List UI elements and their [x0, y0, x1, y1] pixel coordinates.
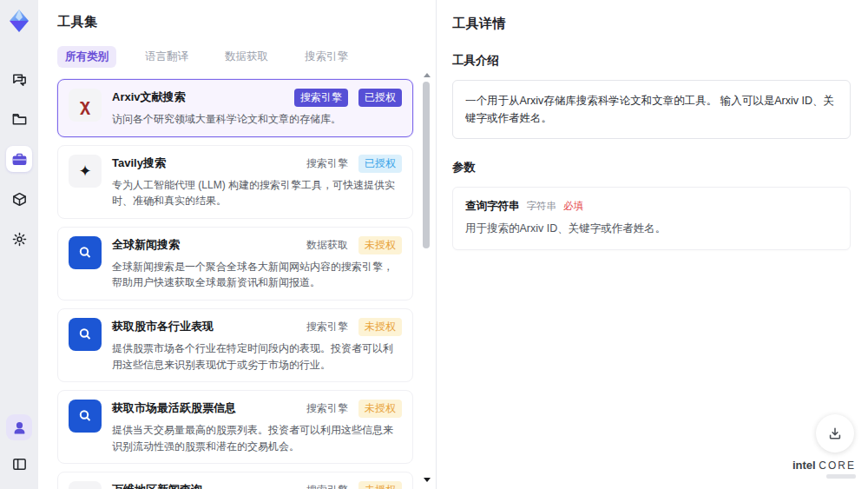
category-label: 数据获取 [306, 236, 348, 254]
tab-language-translation[interactable]: 语言翻译 [137, 46, 196, 68]
intel-core-logo: intel core [792, 459, 856, 479]
scrollbar-thumb[interactable] [423, 82, 430, 248]
chat-icon [11, 71, 28, 88]
tool-card-regional-news[interactable]: 万维地区新闻查询 搜索引擎 未授权 查询具体行政区划内的新闻，快速了解各地新闻动 [57, 472, 413, 489]
tool-head: 全球新闻搜索 数据获取 未授权 [112, 236, 402, 254]
gear-icon [11, 231, 28, 248]
tool-badges: 搜索引擎 已授权 [306, 155, 402, 173]
left-icon-rail [0, 0, 38, 489]
tool-main: Arxiv文献搜索 搜索引擎 已授权 访问各个研究领域大量科学论文和文章的存储库… [112, 89, 402, 128]
tool-title: 万维地区新闻查询 [112, 481, 306, 489]
tab-data-acquisition[interactable]: 数据获取 [217, 46, 276, 68]
tool-badges: 搜索引擎 未授权 [306, 318, 402, 336]
collapse-panel-button[interactable] [6, 451, 32, 477]
category-label: 搜索引擎 [306, 481, 348, 489]
brand-text: intel core [792, 459, 856, 471]
tool-card-tavily[interactable]: ✦ Tavily搜索 搜索引擎 已授权 专为人工智能代理 (LLM) 构建的搜索… [57, 145, 413, 219]
auth-status-badge: 未授权 [358, 318, 402, 336]
stock-search-icon [69, 318, 102, 351]
tool-card-list: χ Arxiv文献搜索 搜索引擎 已授权 访问各个研究领域大量科学论文和文章的存… [57, 79, 413, 489]
app-logo-icon [5, 7, 33, 35]
tools-list-panel: 工具集 所有类别 语言翻译 数据获取 搜索引擎 χ Arxiv文献搜索 搜索引擎… [38, 0, 437, 489]
tavily-glyph: ✦ [78, 162, 91, 181]
tab-all-categories[interactable]: 所有类别 [57, 46, 116, 68]
stock-search-icon [69, 400, 102, 433]
tool-title: 全球新闻搜索 [112, 236, 306, 253]
scroll-down-arrow-icon[interactable] [424, 478, 431, 482]
tool-description: 提供当天交易量最高的股票列表。投资者可以利用这些信息来识别流动性强的股票和潜在的… [112, 422, 402, 454]
parameter-card: 查询字符串 字符串 必填 用于搜索的Arxiv ID、关键字或作者姓名。 [452, 187, 851, 250]
tool-description: 访问各个研究领域大量科学论文和文章的存储库。 [112, 111, 402, 128]
download-icon [827, 426, 843, 441]
parameter-header: 查询字符串 字符串 必填 [465, 199, 838, 214]
tool-card-sector-performance[interactable]: 获取股市各行业表现 搜索引擎 未授权 提供股票市场各个行业在特定时间段内的表现。… [57, 308, 413, 382]
auth-status-badge: 未授权 [358, 481, 402, 489]
tool-main: 全球新闻搜索 数据获取 未授权 全球新闻搜索是一个聚合全球各大新闻网站内容的搜索… [112, 236, 402, 291]
rail-nav [6, 66, 32, 252]
auth-status-badge: 未授权 [358, 236, 402, 254]
tool-head: 获取市场最活跃股票信息 搜索引擎 未授权 [112, 400, 402, 418]
briefcase-icon [11, 151, 28, 168]
intro-heading: 工具介绍 [452, 53, 851, 69]
tool-badges: 搜索引擎 未授权 [306, 400, 402, 418]
tool-card-arxiv[interactable]: χ Arxiv文献搜索 搜索引擎 已授权 访问各个研究领域大量科学论文和文章的存… [57, 79, 413, 137]
tool-main: 获取股市各行业表现 搜索引擎 未授权 提供股票市场各个行业在特定时间段内的表现。… [112, 318, 402, 373]
tool-badges: 搜索引擎 已授权 [294, 89, 402, 107]
brand-intel: intel [792, 459, 816, 472]
tool-card-most-active-stocks[interactable]: 获取市场最活跃股票信息 搜索引擎 未授权 提供当天交易量最高的股票列表。投资者可… [57, 390, 413, 464]
params-heading: 参数 [452, 160, 851, 175]
brand-sub-bar [826, 474, 856, 479]
user-icon [11, 420, 28, 436]
app-window: 工具集 所有类别 语言翻译 数据获取 搜索引擎 χ Arxiv文献搜索 搜索引擎… [0, 0, 868, 489]
parameter-type: 字符串 [527, 200, 557, 213]
tavily-icon: ✦ [69, 155, 102, 188]
arxiv-glyph: χ [80, 95, 90, 116]
tool-head: Tavily搜索 搜索引擎 已授权 [112, 155, 402, 173]
tool-description: 全球新闻搜索是一个聚合全球各大新闻网站内容的搜索引擎，帮助用户快速获取全球最新资… [112, 259, 402, 291]
list-scrollbar[interactable] [423, 73, 431, 482]
sidebar-panel-icon [11, 456, 28, 472]
tab-search-engine[interactable]: 搜索引擎 [297, 46, 356, 68]
tool-title: 获取市场最活跃股票信息 [112, 400, 306, 416]
auth-status-badge: 已授权 [358, 89, 402, 107]
tool-head: 万维地区新闻查询 搜索引擎 未授权 [112, 481, 402, 489]
news-search-icon [69, 236, 102, 269]
category-label: 搜索引擎 [306, 155, 348, 173]
tool-intro-text: 一个用于从Arxiv存储库搜索科学论文和文章的工具。 输入可以是Arxiv ID… [452, 80, 851, 139]
tool-main: 获取市场最活跃股票信息 搜索引擎 未授权 提供当天交易量最高的股票列表。投资者可… [112, 400, 402, 454]
download-button[interactable] [816, 414, 854, 453]
scroll-up-arrow-icon[interactable] [424, 73, 431, 77]
profile-button[interactable] [6, 414, 32, 440]
auth-status-badge: 已授权 [358, 155, 402, 173]
settings-nav-button[interactable] [6, 226, 32, 252]
brand-core: core [819, 459, 856, 472]
page-title: 工具集 [57, 14, 413, 30]
tool-description: 专为人工智能代理 (LLM) 构建的搜索引擎工具，可快速提供实时、准确和真实的结… [112, 177, 402, 209]
chat-nav-button[interactable] [6, 66, 32, 92]
category-tabs: 所有类别 语言翻译 数据获取 搜索引擎 [57, 46, 413, 68]
folder-icon [11, 111, 28, 128]
tool-main: 万维地区新闻查询 搜索引擎 未授权 查询具体行政区划内的新闻，快速了解各地新闻动 [112, 481, 402, 489]
files-nav-button[interactable] [6, 106, 32, 132]
tool-badges: 搜索引擎 未授权 [306, 481, 402, 489]
tool-title: Tavily搜索 [112, 155, 306, 171]
tool-main: Tavily搜索 搜索引擎 已授权 专为人工智能代理 (LLM) 构建的搜索引擎… [112, 155, 402, 209]
rail-bottom [6, 414, 32, 477]
category-label: 搜索引擎 [306, 400, 348, 418]
tool-detail-panel: 工具详情 工具介绍 一个用于从Arxiv存储库搜索科学论文和文章的工具。 输入可… [437, 0, 868, 489]
tool-card-global-news[interactable]: 全球新闻搜索 数据获取 未授权 全球新闻搜索是一个聚合全球各大新闻网站内容的搜索… [57, 227, 413, 301]
detail-title: 工具详情 [452, 16, 851, 32]
auth-status-badge: 未授权 [358, 400, 402, 418]
tools-nav-button[interactable] [6, 146, 32, 172]
tool-title: Arxiv文献搜索 [112, 89, 294, 105]
parameter-name: 查询字符串 [465, 199, 520, 214]
arxiv-icon: χ [69, 89, 102, 122]
tool-head: 获取股市各行业表现 搜索引擎 未授权 [112, 318, 402, 336]
required-flag: 必填 [563, 200, 583, 213]
parameter-description: 用于搜索的Arxiv ID、关键字或作者姓名。 [465, 221, 838, 236]
tool-description: 提供股票市场各个行业在特定时间段内的表现。投资者可以利用这些信息来识别表现优于或… [112, 340, 402, 373]
tool-head: Arxiv文献搜索 搜索引擎 已授权 [112, 89, 402, 107]
cube-icon [11, 191, 28, 208]
newspaper-icon [69, 481, 102, 489]
packages-nav-button[interactable] [6, 186, 32, 212]
